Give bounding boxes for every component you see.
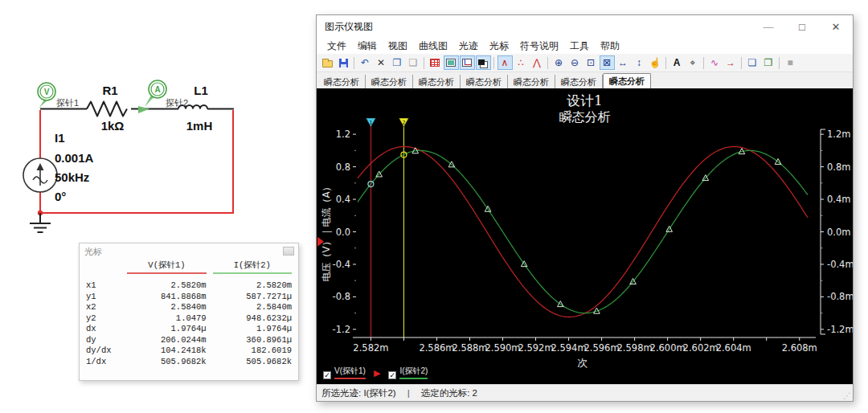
- menu-legend[interactable]: 符号说明: [514, 39, 564, 54]
- source-phase: 0°: [55, 190, 66, 203]
- menu-edit[interactable]: 编辑: [352, 39, 383, 54]
- status-selected-cursor: 选定的光标: 2: [421, 387, 477, 399]
- menu-view[interactable]: 视图: [383, 39, 413, 54]
- show-line-points-icon[interactable]: ⋀: [530, 55, 545, 70]
- cursor-measure-icon[interactable]: ⌖: [686, 55, 701, 70]
- voltage-probe-1[interactable]: V 探针1: [38, 83, 79, 109]
- ground-symbol[interactable]: [30, 213, 51, 232]
- menu-graph[interactable]: 曲线图: [413, 39, 453, 54]
- close-button[interactable]: ✕: [819, 15, 853, 38]
- x-tick-label: 2.608m: [782, 342, 817, 354]
- x-tick-label: 2.600m: [650, 342, 686, 354]
- tab-transient-analysis-3[interactable]: 瞬态分析: [413, 75, 461, 88]
- tab-transient-analysis-7[interactable]: 瞬态分析: [603, 73, 651, 88]
- maximize-button[interactable]: □: [785, 15, 819, 38]
- zoom-in-icon[interactable]: ⊕: [551, 55, 567, 70]
- add-text-icon[interactable]: A: [669, 55, 685, 70]
- y-tick-label-right: -1.2m: [827, 324, 853, 335]
- tab-strip: 瞬态分析瞬态分析瞬态分析瞬态分析瞬态分析瞬态分析瞬态分析: [317, 72, 853, 88]
- undo-icon[interactable]: ↶: [358, 55, 373, 70]
- toolbar-separator: [493, 57, 494, 69]
- delete-icon[interactable]: ✕: [374, 55, 389, 70]
- toolbar-separator: [741, 57, 742, 69]
- copy-page-icon[interactable]: ❏: [745, 55, 760, 70]
- cursor-panel-dock-button[interactable]: [283, 247, 294, 256]
- cursor-2-number: 2: [402, 120, 405, 126]
- resistor-ref: R1: [102, 84, 117, 97]
- cursor-row-y1: y1841.8868m587.7271µ: [86, 292, 292, 303]
- tab-transient-analysis-2[interactable]: 瞬态分析: [366, 75, 413, 88]
- x-tick-label: 2.590m: [485, 342, 520, 354]
- inductor-value: 1mH: [186, 119, 213, 133]
- resize-grip[interactable]: ⋰: [843, 391, 851, 400]
- cursor-row-x1: x12.5820m2.5820m: [86, 280, 292, 292]
- zoom-fit-icon[interactable]: ⊠: [600, 55, 615, 70]
- status-divider: |: [407, 388, 410, 398]
- resistor-r1[interactable]: R1 1kΩ: [87, 84, 127, 133]
- save-icon[interactable]: [336, 55, 351, 70]
- y-tick-label-left: -1.2: [333, 324, 350, 335]
- legend-label-2[interactable]: I(探针2): [399, 366, 428, 379]
- minimize-button[interactable]: —: [751, 15, 785, 38]
- x-tick-label: 2.596m: [584, 342, 620, 354]
- zoom-area-icon[interactable]: ⊡: [583, 55, 599, 70]
- legend-item-1: ✓V(探针1): [323, 366, 366, 379]
- legend-label-1[interactable]: V(探针1): [334, 366, 366, 379]
- tab-transient-analysis-1[interactable]: 瞬态分析: [318, 75, 366, 88]
- open-file-icon[interactable]: [320, 55, 335, 70]
- menu-tools[interactable]: 工具: [564, 39, 595, 54]
- trace-2-curve[interactable]: [358, 150, 808, 313]
- inductor-l1[interactable]: L1 1mH: [178, 84, 212, 133]
- export-trace-icon[interactable]: →: [723, 55, 739, 70]
- legend-checkbox-2[interactable]: ✓: [388, 371, 396, 379]
- cursor-panel: 光标 V(探针1)I(探针2)x12.5820m2.5820my1841.886…: [79, 243, 299, 381]
- overlay-traces-icon[interactable]: [476, 55, 491, 70]
- cursor-column-header-2: I(探针2): [213, 260, 292, 274]
- plot-canvas[interactable]: 122.582m2.586m2.588m2.590m2.592m2.594m2.…: [317, 88, 853, 384]
- tab-transient-analysis-4[interactable]: 瞬态分析: [461, 75, 508, 88]
- desktop-canvas: R1 1kΩ L1 1mH I1 0.001A 50kHz 0°: [0, 0, 868, 413]
- pan-icon[interactable]: ☝: [648, 55, 663, 70]
- x-tick-label: 2.592m: [518, 342, 553, 354]
- y-tick-label-right: 1.2m: [827, 129, 851, 140]
- legend-checkbox-1[interactable]: ✓: [323, 371, 331, 379]
- export-excel-icon[interactable]: ❐: [761, 55, 776, 70]
- zoom-width-icon[interactable]: ↔: [616, 55, 631, 70]
- trace-properties-icon[interactable]: ∿: [707, 55, 723, 70]
- copy-icon[interactable]: ❐: [390, 55, 405, 70]
- menu-cursor[interactable]: 光标: [484, 39, 514, 54]
- current-source-i1[interactable]: I1 0.001A 50kHz 0°: [23, 131, 94, 203]
- zoom-height-icon[interactable]: ↕: [632, 55, 647, 70]
- y-tick-label-right: -0.8m: [827, 291, 853, 302]
- axes-properties-icon[interactable]: [460, 55, 475, 70]
- grapher-titlebar[interactable]: 图示仪视图 — □ ✕: [317, 15, 853, 38]
- tab-transient-analysis-6[interactable]: 瞬态分析: [555, 75, 603, 88]
- trace-legend-icon[interactable]: [444, 55, 459, 70]
- cursor-row-dx: dx1.9764µ1.9764µ: [86, 324, 292, 335]
- y-axis-label: 电压（V）｜电流（A）: [321, 182, 332, 281]
- y-tick-label-right: 0.8m: [827, 162, 851, 173]
- source-frequency: 50kHz: [55, 170, 89, 184]
- resistor-value: 1kΩ: [101, 119, 125, 133]
- y-tick-label-left: 0.0: [336, 227, 350, 238]
- x-tick-label: 2.602m: [683, 342, 719, 354]
- current-probe-symbol: A: [154, 85, 160, 94]
- zoom-out-icon[interactable]: ⊖: [567, 55, 583, 70]
- grid-icon[interactable]: [428, 55, 443, 70]
- show-points-icon[interactable]: ∴: [514, 55, 529, 70]
- menu-trace[interactable]: 光迹: [453, 39, 484, 54]
- cursor-1-number: 1: [369, 120, 372, 126]
- tab-transient-analysis-5[interactable]: 瞬态分析: [508, 75, 555, 88]
- legend-item-2: ✓I(探针2): [388, 366, 428, 379]
- x-tick-label: 2.586m: [419, 342, 454, 354]
- show-line-icon[interactable]: ∧: [497, 55, 513, 70]
- cursor-row-dy-dx: dy/dx104.2418k182.6019: [86, 346, 292, 357]
- cursor-row-1-dx: 1/dx505.9682k505.9682k: [86, 357, 292, 368]
- trace-1-curve[interactable]: [358, 146, 808, 317]
- y-tick-label-left: -0.8: [333, 291, 350, 302]
- menu-file[interactable]: 文件: [321, 39, 352, 54]
- inductor-ref: L1: [194, 84, 208, 97]
- menu-help[interactable]: 帮助: [595, 39, 625, 54]
- cursor-row-x2: x22.5840m2.5840m: [86, 302, 292, 313]
- circuit-schematic: R1 1kΩ L1 1mH I1 0.001A 50kHz 0°: [0, 0, 315, 257]
